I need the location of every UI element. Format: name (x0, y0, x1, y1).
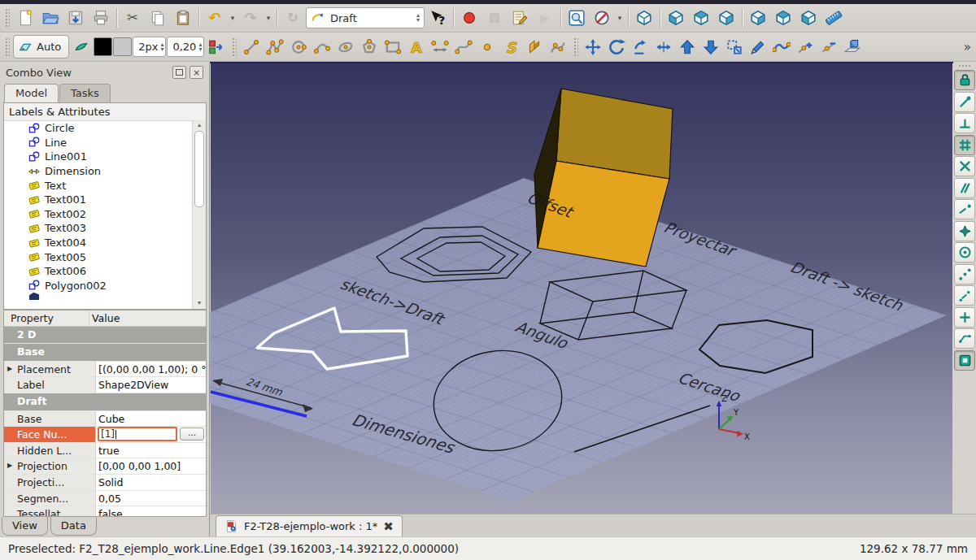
draft-shapestring-button[interactable]: S (499, 36, 522, 59)
snap-angle-button[interactable] (954, 307, 975, 328)
undo-dropdown[interactable]: ▾ (228, 14, 237, 22)
draft-line-button[interactable] (240, 36, 263, 59)
paste-button[interactable] (171, 6, 195, 30)
draft-downgrade-button[interactable] (699, 36, 722, 59)
tree-item-text[interactable]: Text (4, 178, 193, 193)
tree-item-dimension[interactable]: Dimension (4, 164, 193, 179)
expander-icon[interactable]: ▶ (7, 365, 12, 372)
property-row-projecti[interactable]: Projecti...Solid (4, 475, 206, 491)
draft-polygon-button[interactable] (358, 36, 381, 59)
scroll-up-icon[interactable]: ▴ (198, 121, 201, 131)
draft-addpoint-button[interactable] (794, 36, 817, 59)
tree-item-line001[interactable]: Line001 (4, 150, 193, 164)
refresh-button[interactable]: ↻ (281, 6, 305, 30)
property-row-face-nu[interactable]: Face Nu...[1]... (4, 427, 206, 443)
macro-edit-button[interactable] (508, 6, 532, 30)
snap-near-button[interactable] (954, 285, 975, 306)
tree-item-text002[interactable]: Text002 (4, 207, 193, 222)
close-tab-icon[interactable]: ✖ (383, 519, 394, 534)
macro-play-button[interactable]: ▶ (533, 6, 557, 30)
tree-item-partial[interactable] (4, 293, 193, 300)
line-color-swatch[interactable] (94, 37, 112, 56)
draft-offset-button[interactable] (629, 36, 651, 59)
property-row-tessellat[interactable]: Tessellat...false (4, 506, 206, 517)
toolbar-overflow-button[interactable]: » (961, 40, 974, 54)
draft-arc-button[interactable] (311, 36, 333, 59)
view-top-button[interactable] (689, 6, 713, 30)
spin-arrows-icon[interactable]: ▴▾ (160, 42, 163, 52)
scrollbar-thumb[interactable] (194, 131, 204, 207)
new-file-button[interactable] (13, 6, 37, 30)
draft-upgrade-button[interactable] (676, 36, 699, 59)
snap-intersection-button[interactable] (954, 156, 975, 176)
tab-data[interactable]: Data (50, 517, 97, 536)
workingplane-auto-button[interactable]: Auto (13, 35, 69, 59)
view-front-button[interactable] (664, 6, 688, 30)
property-row-segmen[interactable]: Segmen...0,05 (4, 491, 206, 507)
expander-icon[interactable]: ▶ (7, 462, 12, 469)
snap-midpoint-button[interactable] (954, 113, 975, 133)
tree-item-text004[interactable]: Text004 (4, 236, 193, 250)
view-bottom-button[interactable] (771, 6, 795, 30)
draft-text-button[interactable]: A (405, 36, 428, 59)
snap-extension-button[interactable] (954, 199, 975, 219)
tab-model[interactable]: Model (4, 84, 59, 102)
gold-cube[interactable] (534, 89, 673, 267)
tree-scrollbar[interactable]: ▴ ▾ (192, 121, 206, 309)
redo-dropdown[interactable]: ▾ (264, 14, 273, 22)
construction-mode-button[interactable] (70, 36, 93, 59)
tree-item-text005[interactable]: Text005 (4, 250, 193, 264)
draw-style-button[interactable] (590, 6, 614, 30)
snap-grid-button[interactable] (954, 135, 975, 155)
snap-parallel-button[interactable] (954, 178, 975, 198)
toolbar-handle[interactable] (958, 64, 971, 68)
text-size-spin[interactable]: 0,20▴▾ (167, 37, 204, 57)
tab-tasks[interactable]: Tasks (59, 84, 111, 102)
draft-delpoint-button[interactable] (817, 36, 840, 59)
copy-button[interactable] (146, 6, 170, 30)
undo-button[interactable]: ↶ (203, 6, 227, 30)
snap-workingplane-button[interactable] (954, 350, 975, 371)
viewport-canvas[interactable]: OffsetProyectarDraft -> sketchsketch->Dr… (210, 63, 953, 514)
view-isometric-button[interactable] (632, 6, 656, 30)
draft-ellipse-button[interactable] (334, 36, 357, 59)
workbench-spin-icon[interactable]: ▴▾ (416, 13, 420, 23)
snap-dimensions-button[interactable] (954, 328, 975, 349)
cut-button[interactable]: ✂ (120, 6, 145, 30)
snap-center-button[interactable] (954, 242, 975, 263)
draft-point-button[interactable] (476, 36, 499, 59)
view-left-button[interactable] (796, 6, 821, 30)
tree-item-text001[interactable]: Text001 (4, 193, 193, 207)
tab-view[interactable]: View (2, 517, 48, 536)
tree-item-line[interactable]: Line (4, 136, 193, 150)
snap-ortho-button[interactable] (954, 264, 975, 284)
face-color-swatch[interactable] (113, 37, 132, 56)
draft-dimension-button[interactable] (429, 36, 451, 59)
property-row-projection[interactable]: ▶Projection[0,00 0,00 1,00] (4, 458, 206, 475)
toolbar-handle[interactable] (573, 37, 578, 58)
draft-bezier-button[interactable] (547, 36, 569, 59)
draft-scale-button[interactable] (723, 36, 746, 59)
close-panel-button[interactable]: × (190, 66, 203, 79)
face-number-input[interactable]: [1] (98, 427, 177, 441)
property-row-placement[interactable]: ▶Placement[(0,00 0,00 1,00); 0 °; (... (4, 362, 206, 378)
save-button[interactable] (63, 6, 88, 30)
open-button[interactable] (38, 6, 63, 30)
tree-item-text006[interactable]: Text006 (4, 264, 193, 279)
draft-move-button[interactable] (582, 36, 604, 59)
draft-bspline-button[interactable] (452, 36, 475, 59)
line-width-spin[interactable]: 2px▴▾ (133, 37, 166, 57)
redo-button[interactable]: ↷ (238, 6, 263, 30)
float-panel-button[interactable] (172, 66, 186, 79)
view-right-button[interactable] (714, 6, 739, 30)
fit-all-button[interactable] (564, 6, 589, 30)
apply-style-button[interactable] (205, 36, 228, 59)
draft-circle-button[interactable] (287, 36, 310, 59)
draft-wire-button[interactable] (264, 36, 286, 59)
draft-facebinder-button[interactable] (523, 36, 546, 59)
ellipsis-button[interactable]: ... (180, 428, 204, 441)
macro-record-button[interactable] (457, 6, 481, 30)
property-row-label[interactable]: LabelShape2DView (4, 377, 206, 393)
tree-item-polygon002[interactable]: Polygon002 (4, 279, 193, 293)
document-tab[interactable]: F2-T28-ejemplo-work : 1* ✖ (216, 515, 403, 536)
